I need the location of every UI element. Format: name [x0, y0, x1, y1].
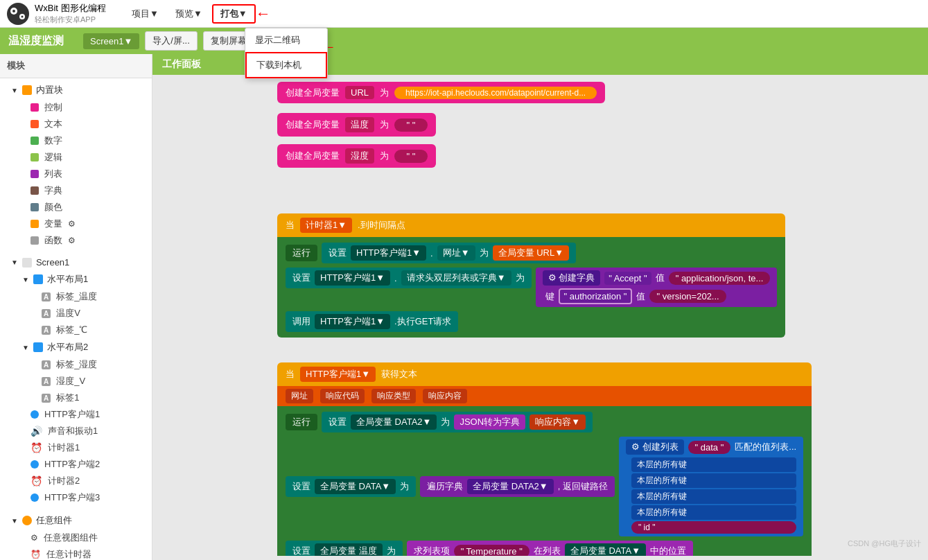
- hz2-group: ▼ 水平布局2 A 标签_湿度 A 湿度_V A 标签1: [6, 338, 146, 406]
- url-prop: 网址▼: [437, 245, 475, 261]
- dict-block[interactable]: ⚙ 创建字典 " Accept " 值 " application/json, …: [536, 268, 778, 307]
- sidebar-item-custom-view[interactable]: ⚙ 任意视图组件: [6, 530, 146, 546]
- set-data-block[interactable]: 设置 全局变量 DATA▼ 为: [286, 476, 416, 497]
- import-export-btn[interactable]: 导入/屏...: [145, 31, 197, 51]
- header-prop: 请求头双层列表或字典▼: [401, 270, 511, 286]
- sidebar-item-logic[interactable]: 逻辑: [6, 149, 146, 166]
- http1-get-ref: HTTP客户端1▼: [315, 314, 390, 329]
- hz1-toggle[interactable]: ▼ 水平布局1: [17, 270, 146, 288]
- run-row: 运行 设置 HTTP客户端1▼ . 网址▼ 为 全局变量 URL▼: [286, 243, 777, 263]
- url-block-container: 创建全局变量 URL 为 https://iot-api.heclouds.co…: [277, 82, 605, 103]
- screen-selector[interactable]: Screen1▼: [83, 33, 139, 49]
- sidebar-item-http2[interactable]: HTTP客户端2: [6, 456, 146, 473]
- traverse-block[interactable]: 遍历字典 全局变量 DATA2▼ , 返回键路径: [420, 476, 615, 497]
- gear-list-icon: ⚙ 创建列表: [626, 439, 684, 455]
- humidity-block[interactable]: 创建全局变量 湿度 为 " ": [277, 144, 436, 168]
- sidebar-group-screen1: ▼ Screen1 ▼ 水平布局1 A 标签_温度 A 温度V: [0, 252, 152, 509]
- custom-timer-icon: ⏰: [30, 550, 41, 559]
- sidebar-item-variable[interactable]: 变量 ⚙: [6, 216, 146, 232]
- menu-pack[interactable]: 打包▼: [212, 4, 256, 24]
- set-url-block[interactable]: 设置 HTTP客户端1▼ . 网址▼ 为 全局变量 URL▼: [322, 243, 576, 263]
- temp-global-ref: 全局变量 温度: [315, 543, 383, 556]
- sidebar-item-temp-v[interactable]: A 温度V: [17, 305, 146, 322]
- sidebar-item-text[interactable]: 文本: [6, 116, 146, 132]
- sidebar-group-custom: ▼ 任意组件 ⚙ 任意视图组件 ⏰ 任意计时器: [0, 509, 152, 560]
- logo-title: WxBit 图形化编程: [35, 2, 106, 15]
- accept-value: " application/json, te...: [669, 272, 771, 285]
- list-color: [30, 170, 39, 178]
- custom-toggle[interactable]: ▼ 任意组件: [6, 511, 146, 530]
- set-data2-block[interactable]: 设置 全局变量 DATA2▼ 为 JSON转为字典 响应内容▼: [322, 412, 593, 432]
- sidebar-item-http1[interactable]: HTTP客户端1: [6, 406, 146, 423]
- auth-key: " authorization ": [559, 288, 633, 304]
- logo-sub: 轻松制作安卓APP: [35, 15, 106, 25]
- menu-bar: 项目▼ 预览▼ 打包▼ ←: [125, 4, 271, 24]
- temp-var-name: 温度: [345, 117, 374, 132]
- url-block[interactable]: 创建全局变量 URL 为 https://iot-api.heclouds.co…: [277, 82, 605, 103]
- menu-project[interactable]: 项目▼: [125, 5, 166, 23]
- timer2-icon: ⏰: [30, 475, 42, 487]
- accept-key: " Accept ": [604, 272, 651, 285]
- screen1-color-icon: [22, 258, 32, 268]
- menu-preview[interactable]: 预览▼: [168, 5, 209, 23]
- call-get-block[interactable]: 调用 HTTP客户端1▼ .执行GET请求: [286, 311, 458, 332]
- canvas: 创建全局变量 URL 为 https://iot-api.heclouds.co…: [152, 75, 928, 556]
- sidebar-item-label-c[interactable]: A 标签_℃: [17, 322, 146, 338]
- list-items: 本层的所有键 本层的所有键 本层的所有键 本层的所有键 " id ": [626, 457, 796, 534]
- builtin-toggle[interactable]: ▼ 内置块: [6, 81, 146, 99]
- temp-key: " Temperature ": [454, 545, 529, 557]
- sidebar-item-control[interactable]: 控制: [6, 99, 146, 116]
- temp-block[interactable]: 创建全局变量 温度 为 " ": [277, 113, 436, 137]
- timer-event-header[interactable]: 当 计时器1▼ .到时间隔点: [277, 213, 785, 237]
- sidebar-header: 模块: [0, 54, 152, 78]
- sidebar-item-label1[interactable]: A 标签1: [17, 390, 146, 406]
- sidebar-item-custom-timer[interactable]: ⏰ 任意计时器: [6, 546, 146, 560]
- list-item-block[interactable]: 求列表项 " Temperature " 在列表 全局变量 DATA▼ 中的位置: [407, 541, 693, 556]
- set-header-block[interactable]: 设置 HTTP客户端1▼ . 请求头双层列表或字典▼ 为: [286, 268, 532, 288]
- top-bar: WxBit 图形化编程 轻松制作安卓APP 项目▼ 预览▼ 打包▼ ← 显示二维…: [0, 0, 928, 28]
- sidebar-item-label-temp[interactable]: A 标签_温度: [17, 288, 146, 305]
- sidebar-item-http3[interactable]: HTTP客户端3: [6, 489, 146, 506]
- sidebar-item-label-humidity[interactable]: A 标签_湿度: [17, 356, 146, 373]
- hz1-color-icon: [33, 274, 43, 284]
- text-color: [30, 120, 39, 128]
- http1-icon: [30, 410, 39, 419]
- url-var-name: URL: [345, 86, 374, 99]
- sidebar-item-humidity-v[interactable]: A 湿度_V: [17, 373, 146, 390]
- sidebar-item-color[interactable]: 颜色: [6, 199, 146, 216]
- http1-header-ref: HTTP客户端1▼: [315, 270, 390, 286]
- sidebar-item-timer2[interactable]: ⏰ 计时器2: [6, 473, 146, 489]
- sidebar-item-number[interactable]: 数字: [6, 132, 146, 149]
- sidebar-group-builtin: ▼ 内置块 控制 文本 数字 逻辑 列表: [0, 78, 152, 252]
- sidebar-item-dict[interactable]: 字典: [6, 182, 146, 199]
- humidity-block-container: 创建全局变量 湿度 为 " ": [277, 144, 436, 168]
- set-temp-block[interactable]: 设置 全局变量 温度 为: [286, 541, 403, 556]
- humidity-value: " ": [394, 150, 428, 163]
- param-status: 响应代码: [320, 389, 365, 403]
- hz2-color-icon: [33, 342, 43, 352]
- sidebar-item-sound1[interactable]: 🔊 声音和振动1: [6, 423, 146, 439]
- param-url: 网址: [286, 389, 313, 403]
- screen1-toggle[interactable]: ▼ Screen1: [6, 254, 146, 270]
- list-item-1: 本层的所有键: [631, 457, 796, 472]
- set-data2-row: 运行 设置 全局变量 DATA2▼ 为 JSON转为字典 响应内容▼: [286, 412, 803, 432]
- run-label2: 运行: [286, 414, 317, 430]
- url-global-ref: 全局变量 URL▼: [493, 245, 570, 261]
- http-event-header[interactable]: 当 HTTP客户端1▼ 获得文本: [277, 362, 812, 386]
- dict-color: [30, 186, 39, 195]
- toggle-icon-screen1: ▼: [11, 259, 18, 266]
- sidebar-item-list[interactable]: 列表: [6, 166, 146, 182]
- download-item[interactable]: 下载到本机: [245, 52, 327, 78]
- builtin-label: 内置块: [36, 84, 63, 96]
- sidebar: 模块 ▼ 内置块 控制 文本 数字 逻辑: [0, 54, 152, 560]
- set-header-row: 设置 HTTP客户端1▼ . 请求头双层列表或字典▼ 为 ⚙ 创建字典 " Ac…: [286, 268, 777, 307]
- secondary-bar: 温湿度监测 Screen1▼ 导入/屏... 复制屏幕 删除屏幕: [0, 28, 928, 54]
- sidebar-item-function[interactable]: 函数 ⚙: [6, 232, 146, 249]
- toggle-icon-custom: ▼: [11, 517, 18, 525]
- show-qr-item[interactable]: 显示二维码: [245, 28, 327, 52]
- create-list-block[interactable]: ⚙ 创建列表 " data " 匹配的值列表... 本层的所有键 本层的所有键 …: [619, 437, 803, 536]
- hz2-toggle[interactable]: ▼ 水平布局2: [17, 338, 146, 356]
- custom-view-icon: ⚙: [30, 533, 38, 543]
- http2-icon: [30, 460, 39, 469]
- sidebar-item-timer1[interactable]: ⏰ 计时器1: [6, 439, 146, 456]
